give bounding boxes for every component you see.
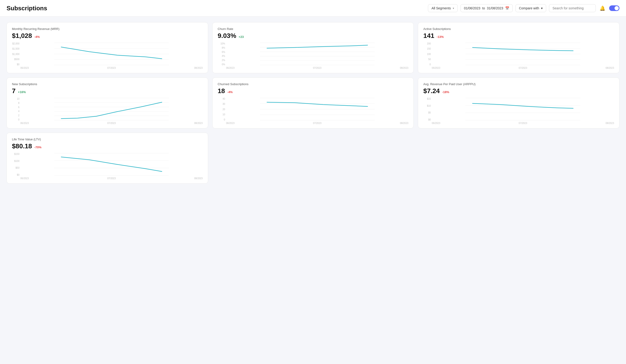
cards-row-1: Monthly Recurring Revenue (MRR)$1,028-4%… <box>6 22 620 73</box>
card-churned-ylabel: 40 <box>218 98 225 100</box>
card-mrr-xlabel: 08/2023 <box>194 67 203 69</box>
card-churned-ylabel: 20 <box>218 108 225 111</box>
card-churned: Churned Subscriptions18-4%40302010006/20… <box>212 77 414 128</box>
card-active-title: Active Subscriptions <box>423 27 614 31</box>
card-churn-ylabel: 0% <box>218 63 225 66</box>
card-arppu-chart: $15$10$5$006/202307/202308/2023 <box>423 98 614 124</box>
search-input[interactable] <box>549 4 596 12</box>
card-arppu-xlabel: 08/2023 <box>606 122 614 124</box>
card-churn-xlabel: 06/2023 <box>226 67 235 69</box>
card-mrr-xlabel: 06/2023 <box>20 67 29 69</box>
card-new_subs-xlabel: 07/2023 <box>107 122 116 124</box>
card-active-value-row: 141-13% <box>423 32 614 39</box>
card-churn-title: Churn Rate <box>218 27 409 31</box>
card-ltv-value: $80.18 <box>12 143 32 150</box>
card-active-value: 141 <box>423 32 434 39</box>
card-arppu-xlabel: 06/2023 <box>432 122 440 124</box>
app-header: Subscriptions All Segments ▾ 01/06/2023 … <box>0 0 626 17</box>
card-new_subs-ylabel: 10 <box>12 98 19 100</box>
card-active-badge: -13% <box>437 35 444 38</box>
card-mrr-ylabel: $500 <box>12 58 19 61</box>
card-churn-xlabel: 08/2023 <box>400 67 408 69</box>
card-churn-value: 9.03% <box>218 32 236 39</box>
card-churn-ylabel: 10% <box>218 42 225 45</box>
card-ltv-value-row: $80.18-70% <box>12 143 203 150</box>
card-new_subs-ylabel: 0 <box>12 118 19 121</box>
card-ltv: Life Time Value (LTV)$80.18-70%$150$100$… <box>6 133 208 184</box>
card-ltv-xlabel: 07/2023 <box>107 177 116 180</box>
date-separator: to <box>482 6 485 10</box>
compare-dropdown[interactable]: Compare with ▾ <box>515 4 546 12</box>
card-mrr-ylabel: $1,000 <box>12 53 19 55</box>
card-churned-ylabel: 10 <box>218 113 225 116</box>
card-new_subs-badge: +16% <box>18 90 26 94</box>
card-mrr-ylabel: $1,500 <box>12 47 19 50</box>
compare-label: Compare with <box>519 6 539 10</box>
card-new_subs-xlabel: 08/2023 <box>194 122 203 124</box>
toggle-wrap <box>609 5 620 11</box>
card-active-ylabel: 50 <box>423 58 431 61</box>
card-churned-xlabel: 07/2023 <box>313 122 321 124</box>
card-ltv-ylabel: $0 <box>12 174 19 176</box>
segments-label: All Segments <box>431 6 451 10</box>
card-new_subs-title: New Subscriptions <box>12 82 203 86</box>
card-mrr-ylabel: $2,000 <box>12 42 19 45</box>
segments-dropdown[interactable]: All Segments ▾ <box>428 4 457 12</box>
date-range-picker[interactable]: 01/06/2023 to 31/08/2023 📅 <box>461 4 513 12</box>
header-controls: All Segments ▾ 01/06/2023 to 31/08/2023 … <box>428 4 620 12</box>
card-ltv-ylabel: $150 <box>12 153 19 155</box>
theme-toggle[interactable] <box>609 5 620 11</box>
date-from: 01/06/2023 <box>464 6 480 10</box>
card-active-ylabel: 150 <box>423 47 431 50</box>
card-churn-ylabel: 8% <box>218 46 225 49</box>
card-arppu-ylabel: $5 <box>423 111 431 114</box>
card-ltv-xlabel: 08/2023 <box>194 177 203 180</box>
card-new_subs-value: 7 <box>12 87 16 95</box>
card-arppu-ylabel: $0 <box>423 118 431 121</box>
card-new_subs: New Subscriptions7+16%108642006/202307/2… <box>6 77 208 128</box>
card-churn-ylabel: 4% <box>218 55 225 57</box>
card-ltv-xlabel: 06/2023 <box>20 177 29 180</box>
card-active-ylabel: 100 <box>423 53 431 55</box>
card-churn-chart: 10%8%6%4%2%0%06/202307/202308/2023 <box>218 42 409 69</box>
card-active-ylabel: 200 <box>423 42 431 45</box>
card-ltv-title: Life Time Value (LTV) <box>12 138 203 141</box>
card-active-xlabel: 07/2023 <box>519 67 527 69</box>
card-arppu-ylabel: $15 <box>423 98 431 100</box>
card-active-ylabel: 0 <box>423 63 431 66</box>
card-arppu: Avg. Revenue Per Paid User (ARPPU)$7.24-… <box>418 77 620 128</box>
card-churn-xlabel: 07/2023 <box>313 67 321 69</box>
card-churned-value-row: 18-4% <box>218 87 409 95</box>
card-active-xlabel: 06/2023 <box>432 67 440 69</box>
page-title: Subscriptions <box>6 5 47 12</box>
card-churn-badge: +23 <box>238 35 244 38</box>
card-active-xlabel: 08/2023 <box>606 67 614 69</box>
card-churn: Churn Rate9.03%+2310%8%6%4%2%0%06/202307… <box>212 22 414 73</box>
card-churned-xlabel: 06/2023 <box>226 122 235 124</box>
card-new_subs-xlabel: 06/2023 <box>20 122 29 124</box>
card-churn-ylabel: 2% <box>218 59 225 62</box>
bell-icon: 🔔 <box>600 6 605 11</box>
card-new_subs-chart: 108642006/202307/202308/2023 <box>12 98 203 124</box>
card-new_subs-value-row: 7+16% <box>12 87 203 95</box>
card-mrr-badge: -4% <box>35 35 40 38</box>
chevron-down-icon: ▾ <box>453 7 454 10</box>
card-churned-chart: 40302010006/202307/202308/2023 <box>218 98 409 124</box>
card-ltv-badge: -70% <box>35 146 41 149</box>
card-churned-title: Churned Subscriptions <box>218 82 409 86</box>
card-new_subs-ylabel: 8 <box>12 102 19 104</box>
card-mrr-xlabel: 07/2023 <box>107 67 116 69</box>
card-mrr-title: Monthly Recurring Revenue (MRR) <box>12 27 203 31</box>
cards-row-2: New Subscriptions7+16%108642006/202307/2… <box>6 77 620 128</box>
card-arppu-title: Avg. Revenue Per Paid User (ARPPU) <box>423 82 614 86</box>
main-content: Monthly Recurring Revenue (MRR)$1,028-4%… <box>0 17 626 189</box>
card-mrr: Monthly Recurring Revenue (MRR)$1,028-4%… <box>6 22 208 73</box>
card-churned-ylabel: 30 <box>218 103 225 105</box>
card-ltv-ylabel: $50 <box>12 167 19 169</box>
card-churned-ylabel: 0 <box>218 118 225 121</box>
card-churn-value-row: 9.03%+23 <box>218 32 409 39</box>
card-churned-value: 18 <box>218 87 225 95</box>
card-arppu-value-row: $7.24-18% <box>423 87 614 95</box>
notification-button[interactable]: 🔔 <box>599 4 606 12</box>
card-active-chart: 20015010050006/202307/202308/2023 <box>423 42 614 69</box>
